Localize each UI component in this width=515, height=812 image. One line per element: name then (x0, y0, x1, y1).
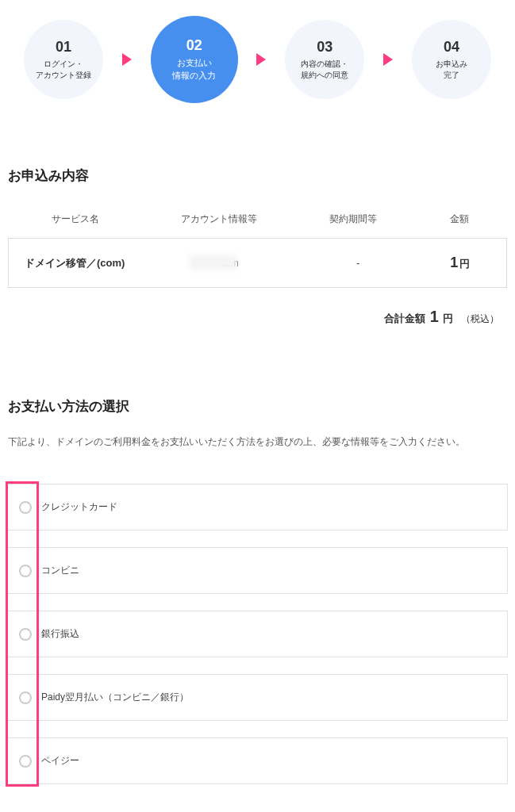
total-label: 合計金額 (384, 312, 425, 324)
step-label: 内容の確認・ 規約への同意 (301, 59, 348, 81)
step-number: 03 (317, 39, 332, 56)
order-title: お申込み内容 (8, 167, 507, 185)
radio-icon[interactable] (19, 565, 32, 577)
total-currency: 円 (443, 312, 453, 324)
header-period: 契約期間等 (296, 213, 411, 226)
total-value: 1 (430, 308, 439, 325)
amount-value: 1 (450, 255, 458, 270)
amount-currency: 円 (459, 258, 470, 270)
step-4: 04 お申込み 完了 (412, 20, 491, 99)
step-label: お支払い 情報の入力 (172, 57, 216, 82)
order-table-row: ドメイン移管／(com) .com - 1円 (8, 238, 507, 288)
progress-stepper: 01 ログイン・ アカウント登録 02 お支払い 情報の入力 03 内容の確認・… (8, 16, 507, 103)
payment-option-payeasy[interactable]: ペイジー (7, 737, 508, 784)
payment-option-credit-card[interactable]: クレジットカード (7, 484, 508, 530)
header-account: アカウント情報等 (142, 213, 296, 226)
total-row: 合計金額 1 円 （税込） (8, 308, 499, 326)
order-table-header: サービス名 アカウント情報等 契約期間等 金額 (8, 205, 507, 238)
radio-icon[interactable] (19, 691, 32, 704)
option-label: ペイジー (41, 754, 79, 768)
option-label: コンビニ (41, 564, 79, 577)
payment-title: お支払い方法の選択 (8, 397, 507, 416)
radio-icon[interactable] (19, 628, 32, 641)
option-label: 銀行振込 (41, 627, 79, 641)
arrow-right-icon (122, 53, 132, 66)
step-2-active: 02 お支払い 情報の入力 (151, 16, 238, 103)
radio-icon[interactable] (19, 501, 32, 514)
cell-account: .com (154, 258, 302, 269)
cell-amount: 1円 (413, 255, 506, 271)
step-number: 02 (186, 37, 202, 54)
payment-description: 下記より、ドメインのご利用料金をお支払いいただく方法をお選びの上、必要な情報等を… (8, 435, 507, 449)
step-1: 01 ログイン・ アカウント登録 (24, 20, 103, 99)
header-amount: 金額 (411, 213, 507, 226)
header-service: サービス名 (8, 213, 142, 226)
radio-icon[interactable] (19, 755, 32, 768)
payment-option-paidy[interactable]: Paidy翌月払い（コンビニ／銀行） (7, 674, 508, 721)
step-label: ログイン・ アカウント登録 (36, 59, 91, 81)
payment-option-convenience-store[interactable]: コンビニ (7, 547, 508, 594)
cell-service: ドメイン移管／(com) (9, 256, 154, 270)
payment-option-bank-transfer[interactable]: 銀行振込 (7, 611, 508, 657)
total-tax: （税込） (461, 313, 499, 324)
redacted-text (190, 255, 237, 270)
step-number: 04 (444, 39, 459, 56)
option-label: Paidy翌月払い（コンビニ／銀行） (41, 691, 189, 704)
step-3: 03 内容の確認・ 規約への同意 (285, 20, 364, 99)
arrow-right-icon (383, 53, 393, 66)
payment-options: クレジットカード コンビニ 銀行振込 Paidy翌月払い（コンビニ／銀行） ペイ… (8, 484, 507, 784)
arrow-right-icon (256, 53, 266, 66)
cell-period: - (302, 258, 413, 269)
option-label: クレジットカード (41, 500, 117, 514)
step-number: 01 (56, 39, 71, 56)
step-label: お申込み 完了 (436, 59, 467, 81)
